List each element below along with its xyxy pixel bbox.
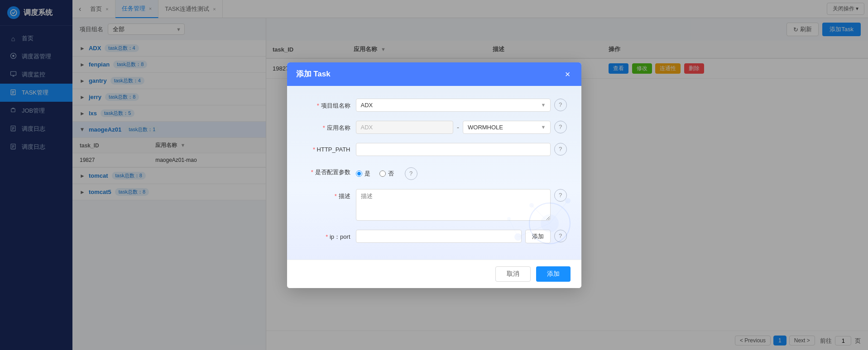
field-label-app-name: 应用名称	[302, 121, 356, 132]
app-name-right-select[interactable]: WORMHOLE	[463, 121, 551, 134]
project-group-hint[interactable]: ?	[554, 99, 567, 111]
desc-hint[interactable]: ?	[554, 189, 567, 202]
http-path-hint[interactable]: ?	[554, 143, 567, 156]
radio-no-text: 否	[388, 170, 394, 178]
modal-header: 添加 Task ×	[287, 62, 581, 86]
field-label-project-group: 项目组名称	[302, 99, 356, 110]
modal-confirm-button[interactable]: 添加	[536, 266, 571, 282]
ip-port-fields: 添加	[356, 230, 551, 243]
form-row-config-params: 是否配置参数 是 否 ?	[302, 165, 567, 180]
modal-cancel-button[interactable]: 取消	[495, 266, 531, 282]
form-row-project-group: 项目组名称 ADX fenpian gantry ▼ ?	[302, 99, 567, 112]
app-name-fields: - WORMHOLE ▼	[356, 121, 551, 134]
project-group-select-wrap: ADX fenpian gantry ▼	[356, 99, 551, 112]
field-label-config-params: 是否配置参数	[302, 165, 356, 176]
app-name-left-input	[356, 121, 454, 134]
field-label-desc: 描述	[302, 189, 356, 200]
modal-add-task: 添加 Task × 项目组名称 AD	[287, 62, 581, 288]
ip-port-input[interactable]	[356, 230, 522, 243]
modal-project-group-select[interactable]: ADX fenpian gantry	[356, 99, 551, 112]
field-label-ip-port: ip：port	[302, 230, 356, 241]
app-name-hint[interactable]: ?	[554, 121, 567, 133]
ip-port-hint[interactable]: ?	[554, 230, 567, 242]
config-params-hint[interactable]: ?	[405, 167, 417, 180]
desc-textarea[interactable]	[356, 189, 551, 221]
radio-yes-text: 是	[364, 170, 370, 178]
ip-add-button[interactable]: 添加	[525, 230, 551, 243]
form-row-app-name: 应用名称 - WORMHOLE ▼ ?	[302, 121, 567, 134]
http-path-input[interactable]	[356, 143, 551, 156]
radio-no-label[interactable]: 否	[379, 170, 394, 178]
modal-overlay[interactable]: 添加 Task × 项目组名称 AD	[0, 0, 868, 350]
radio-yes[interactable]	[356, 170, 362, 177]
field-label-http-path: HTTP_PATH	[302, 143, 356, 153]
config-params-radio-group: 是 否 ?	[356, 165, 417, 180]
modal-title: 添加 Task	[296, 69, 331, 79]
form-row-ip-port: ip：port 添加 ?	[302, 230, 567, 243]
modal-close-button[interactable]: ×	[563, 69, 572, 80]
form-row-desc: 描述 ?	[302, 189, 567, 221]
app-name-dash: -	[457, 123, 459, 131]
radio-no[interactable]	[379, 170, 386, 177]
modal-footer: 取消 添加	[287, 260, 581, 288]
radio-yes-label[interactable]: 是	[356, 170, 370, 178]
app-name-right-wrap: WORMHOLE ▼	[463, 121, 551, 134]
form-row-http-path: HTTP_PATH ?	[302, 143, 567, 156]
modal-body: 项目组名称 ADX fenpian gantry ▼ ? 应用名称 -	[287, 86, 581, 260]
